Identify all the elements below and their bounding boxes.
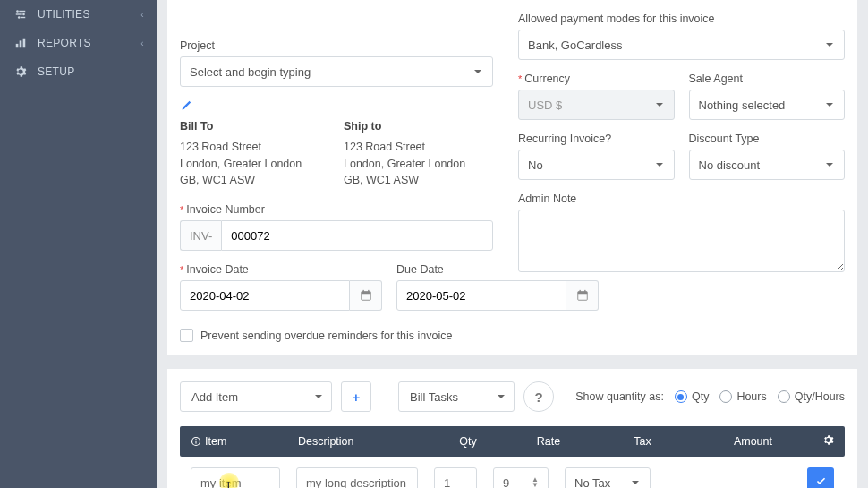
prevent-reminders-row[interactable]: Prevent sending overdue reminders for th… — [180, 329, 493, 342]
svg-rect-10 — [361, 292, 370, 295]
project-select[interactable]: Select and begin typing — [180, 56, 493, 87]
table-row: I 9 9 ▲▼ No Tax — [180, 457, 845, 488]
discount-type-select[interactable]: No discount — [689, 150, 846, 180]
gear-icon — [13, 65, 29, 78]
payment-modes-select[interactable]: Bank, GoCardless — [518, 30, 845, 60]
invoice-number-input[interactable] — [221, 220, 493, 251]
project-label: Project — [180, 39, 493, 52]
th-amount: Amount — [692, 435, 772, 448]
confirm-row-button[interactable] — [807, 467, 834, 488]
svg-rect-6 — [16, 44, 19, 47]
radio-icon — [719, 390, 732, 403]
admin-note-label: Admin Note — [518, 193, 845, 205]
invoice-date-input[interactable] — [180, 280, 350, 311]
svg-point-0 — [16, 10, 19, 13]
sale-agent-label: Sale Agent — [689, 73, 846, 85]
svg-rect-12 — [368, 290, 369, 293]
svg-point-2 — [22, 13, 25, 16]
svg-rect-8 — [23, 39, 26, 48]
rate-stepper-icon[interactable]: ▲▼ — [532, 477, 539, 488]
prevent-reminders-checkbox[interactable] — [180, 329, 193, 342]
help-button[interactable]: ? — [523, 381, 554, 412]
currency-select[interactable]: USD $ — [518, 90, 675, 120]
svg-point-4 — [18, 16, 21, 19]
bill-to-title: Bill To — [180, 118, 329, 135]
sidebar-label: REPORTS — [38, 37, 91, 49]
items-toolbar: Add Item + Bill Tasks ? Show quantity as… — [180, 381, 845, 412]
th-qty: Qty — [432, 435, 504, 448]
prevent-reminders-label: Prevent sending overdue reminders for th… — [200, 330, 452, 342]
invoice-number-label: Invoice Number — [180, 203, 493, 216]
sale-agent-select[interactable]: Nothing selected — [689, 90, 846, 120]
sliders-icon — [13, 8, 29, 21]
bill-to-block: Bill To 123 Road Street London, Greater … — [180, 118, 329, 189]
sidebar-label: UTILITIES — [38, 8, 90, 21]
th-tax: Tax — [593, 435, 692, 448]
item-rate-input[interactable]: 9 ▲▼ — [493, 467, 549, 488]
svg-rect-19 — [195, 441, 196, 444]
invoice-number-group: INV- — [180, 220, 493, 251]
currency-label: Currency — [518, 73, 675, 85]
th-rate: Rate — [504, 435, 593, 448]
sidebar-label: SETUP — [38, 65, 75, 78]
discount-type-label: Discount Type — [689, 133, 846, 145]
invoice-date-calendar-button[interactable] — [350, 280, 382, 311]
ship-to-block: Ship to 123 Road Street London, Greater … — [344, 118, 493, 189]
admin-note-textarea[interactable] — [518, 210, 845, 272]
item-tax-select[interactable]: No Tax — [565, 467, 651, 488]
qty-option-hours[interactable]: Hours — [719, 390, 766, 403]
edit-address-icon[interactable] — [180, 99, 192, 115]
radio-icon — [778, 390, 790, 403]
svg-rect-7 — [20, 40, 22, 47]
chevron-left-icon: ‹ — [140, 10, 144, 20]
add-item-plus-button[interactable]: + — [341, 381, 371, 412]
svg-rect-18 — [195, 439, 196, 440]
main-content: Project Select and begin typing Bill To … — [157, 0, 868, 488]
recurring-label: Recurring Invoice? — [518, 133, 675, 145]
invoice-form-panel: Project Select and begin typing Bill To … — [167, 0, 857, 355]
sidebar-item-reports[interactable]: REPORTS ‹ — [0, 29, 157, 57]
qty-display-options: Show quantity as: Qty Hours Qty/Hours — [575, 390, 845, 403]
items-table-header: Item Description Qty Rate Tax Amount — [180, 426, 845, 457]
bill-tasks-dropdown[interactable]: Bill Tasks — [398, 381, 515, 412]
ship-to-title: Ship to — [344, 118, 493, 135]
chart-icon — [13, 37, 29, 49]
table-settings-icon[interactable] — [822, 434, 834, 449]
invoice-date-label: Invoice Date — [180, 263, 382, 276]
item-qty-input[interactable] — [434, 467, 477, 488]
svg-rect-5 — [21, 17, 25, 18]
svg-rect-11 — [362, 290, 363, 293]
add-item-dropdown[interactable]: Add Item — [180, 381, 332, 412]
th-description: Description — [298, 435, 432, 448]
show-qty-label: Show quantity as: — [575, 390, 664, 403]
item-description-input[interactable] — [296, 467, 418, 488]
items-panel: Add Item + Bill Tasks ? Show quantity as… — [167, 369, 857, 488]
radio-icon — [675, 390, 687, 403]
chevron-left-icon: ‹ — [140, 39, 144, 48]
svg-rect-1 — [19, 11, 25, 12]
svg-rect-3 — [16, 13, 22, 14]
sidebar: UTILITIES ‹ REPORTS ‹ SETUP — [0, 0, 157, 488]
sidebar-item-setup[interactable]: SETUP — [0, 57, 157, 86]
item-name-input[interactable] — [191, 467, 280, 488]
sidebar-item-utilities[interactable]: UTILITIES ‹ — [0, 0, 157, 29]
payment-modes-label: Allowed payment modes for this invoice — [518, 13, 845, 25]
invoice-prefix: INV- — [180, 220, 221, 251]
qty-option-qtyhours[interactable]: Qty/Hours — [778, 390, 845, 403]
qty-option-qty[interactable]: Qty — [675, 390, 709, 403]
th-item: Item — [191, 435, 298, 448]
recurring-select[interactable]: No — [518, 150, 675, 180]
